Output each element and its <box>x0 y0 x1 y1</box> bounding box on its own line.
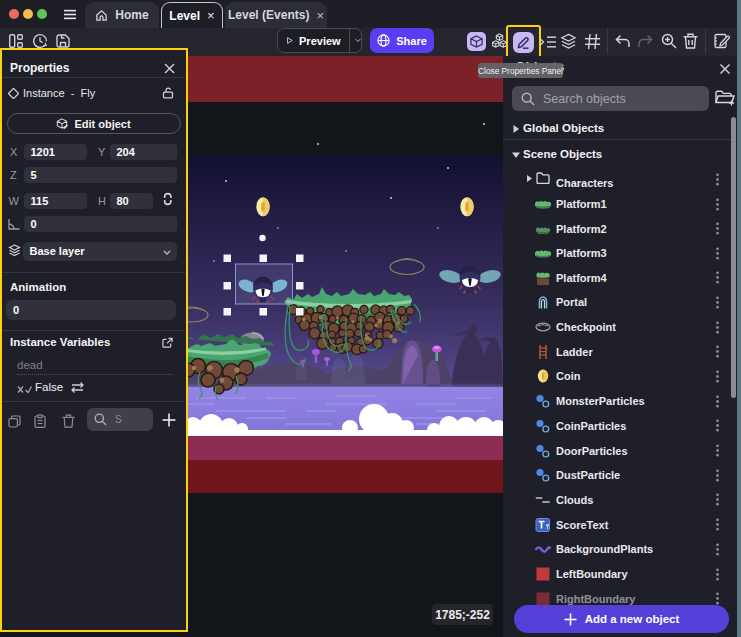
svg-text:1785;-252: 1785;-252 <box>435 608 490 622</box>
